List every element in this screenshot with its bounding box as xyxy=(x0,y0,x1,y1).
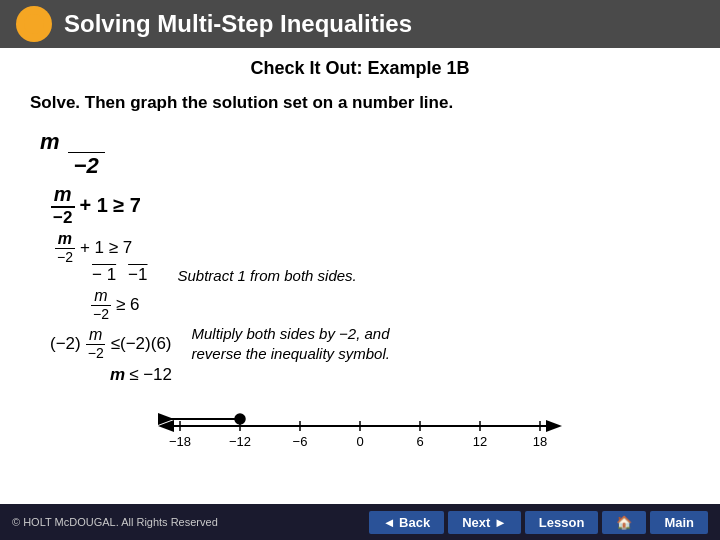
number-line-svg: −18 −12 −6 0 6 12 18 xyxy=(150,401,570,456)
footer-buttons: ◄ Back Next ► Lesson 🏠 Main xyxy=(369,511,708,534)
svg-point-17 xyxy=(235,414,245,424)
back-button[interactable]: ◄ Back xyxy=(369,511,445,534)
footer: © HOLT McDOUGAL. All Rights Reserved ◄ B… xyxy=(0,504,720,540)
note-1: Subtract 1 from both sides. xyxy=(178,267,357,284)
svg-text:12: 12 xyxy=(473,434,487,449)
section-title: Check It Out: Example 1B xyxy=(30,58,690,79)
svg-text:−6: −6 xyxy=(293,434,308,449)
svg-text:18: 18 xyxy=(533,434,547,449)
svg-text:0: 0 xyxy=(356,434,363,449)
lesson-button[interactable]: Lesson xyxy=(525,511,599,534)
step-1: m −2 xyxy=(40,129,690,179)
main-button[interactable]: Main xyxy=(650,511,708,534)
svg-text:−12: −12 xyxy=(229,434,251,449)
svg-text:−18: −18 xyxy=(169,434,191,449)
next-button[interactable]: Next ► xyxy=(448,511,521,534)
number-line-container: −18 −12 −6 0 6 12 18 xyxy=(30,401,690,456)
home-button[interactable]: 🏠 xyxy=(602,511,646,534)
copyright: © HOLT McDOUGAL. All Rights Reserved xyxy=(12,516,218,528)
page-title: Solving Multi-Step Inequalities xyxy=(64,10,412,38)
problem-statement: Solve. Then graph the solution set on a … xyxy=(30,91,690,115)
math-steps: m −2 m −2 + 1 ≥ 7 m −2 xyxy=(40,129,690,387)
svg-point-0 xyxy=(24,14,44,34)
svg-text:6: 6 xyxy=(416,434,423,449)
header-icon xyxy=(16,6,52,42)
main-content: Check It Out: Example 1B Solve. Then gra… xyxy=(0,48,720,474)
header: Solving Multi-Step Inequalities xyxy=(0,0,720,48)
note-2: Multiply both sides by −2, andreverse th… xyxy=(192,324,390,363)
